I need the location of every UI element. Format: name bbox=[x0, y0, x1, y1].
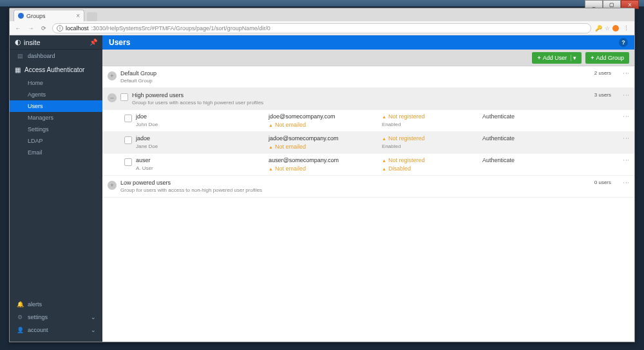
page-header: Users ? bbox=[102, 35, 634, 50]
group-count: 0 users bbox=[594, 180, 611, 185]
group-desc: Default Group bbox=[120, 78, 591, 84]
brand: ◐ insite 📌 bbox=[10, 35, 102, 50]
enabled-status: Disabled bbox=[382, 165, 478, 172]
address-bar[interactable]: i localhost:3030/HelpSystemsSrc/#PTMFA/G… bbox=[52, 23, 591, 33]
nav-account[interactable]: 👤 account ⌄ bbox=[10, 324, 102, 336]
group-checkbox[interactable] bbox=[120, 93, 128, 101]
user-id[interactable]: jadoe bbox=[136, 135, 265, 142]
chart-icon: ▤ bbox=[16, 53, 24, 59]
row-menu-icon[interactable]: ⋮ bbox=[623, 135, 629, 141]
nav-dashboard[interactable]: ▤ dashboard bbox=[10, 50, 102, 62]
sidebar-item-ldap[interactable]: LDAP bbox=[10, 135, 102, 147]
group-row: + Default Group Default Group 2 users ⋮ bbox=[102, 66, 634, 88]
toolbar: + Add User ▾ + Add Group bbox=[102, 50, 634, 66]
gear-icon: ⚙ bbox=[16, 314, 24, 320]
user-fullname: Jane Doe bbox=[136, 143, 265, 149]
nav-account-label: account bbox=[28, 327, 48, 333]
sidebar-item-users[interactable]: Users bbox=[10, 100, 102, 112]
tab-title: Groups bbox=[26, 13, 46, 19]
grid-icon: ▦ bbox=[15, 66, 21, 73]
sidebar-item-email[interactable]: Email bbox=[10, 147, 102, 158]
browser-menu-icon[interactable]: ⋮ bbox=[621, 24, 630, 33]
chevron-down-icon: ⌄ bbox=[91, 327, 96, 333]
bookmark-icon[interactable]: ☆ bbox=[605, 25, 610, 32]
user-checkbox[interactable] bbox=[124, 115, 132, 122]
user-icon: 👤 bbox=[16, 327, 24, 333]
sidebar-item-settings[interactable]: Settings bbox=[10, 124, 102, 135]
nav-app-header[interactable]: ▦ Access Authenticator bbox=[10, 62, 102, 77]
email-status: Not emailed bbox=[269, 143, 378, 150]
key-icon[interactable]: 🔑 bbox=[595, 25, 602, 32]
user-email: jdoe@somecompany.com bbox=[269, 113, 378, 120]
browser-tab[interactable]: Groups × bbox=[14, 10, 84, 21]
user-row: jdoe John Doe jdoe@somecompany.com Not e… bbox=[102, 110, 634, 132]
sidebar: ◐ insite 📌 ▤ dashboard ▦ Access Authenti… bbox=[10, 35, 102, 342]
nav-alerts[interactable]: 🔔 alerts bbox=[10, 298, 102, 311]
user-checkbox[interactable] bbox=[124, 136, 132, 144]
user-checkbox[interactable] bbox=[124, 158, 132, 166]
user-id[interactable]: jdoe bbox=[136, 113, 265, 120]
nav-settings[interactable]: ⚙ settings ⌄ bbox=[10, 311, 102, 324]
tab-close-icon[interactable]: × bbox=[76, 12, 80, 19]
group-count: 3 users bbox=[594, 92, 611, 98]
auth-label: Authenticate bbox=[482, 113, 619, 120]
caret-down-icon[interactable]: ▾ bbox=[571, 55, 576, 61]
enabled-status: Enabled bbox=[382, 143, 478, 149]
browser-tab-strip: Groups × bbox=[10, 8, 634, 21]
group-desc: Group for users with access to non-high … bbox=[120, 187, 591, 193]
nav-alerts-label: alerts bbox=[28, 301, 42, 308]
add-group-button[interactable]: + Add Group bbox=[585, 52, 629, 64]
user-row: auser A. User auser@somecompany.com Not … bbox=[102, 154, 634, 176]
back-icon[interactable]: ← bbox=[14, 24, 23, 33]
forward-icon[interactable]: → bbox=[26, 24, 35, 33]
add-user-label: Add User bbox=[543, 55, 567, 61]
nav-settings-label: settings bbox=[28, 314, 48, 320]
sidebar-item-managers[interactable]: Managers bbox=[10, 112, 102, 124]
row-menu-icon[interactable]: ⋮ bbox=[623, 157, 629, 163]
url-path: :3030/HelpSystemsSrc/#PTMFA/Groups/page/… bbox=[91, 25, 270, 32]
row-menu-icon[interactable]: ⋮ bbox=[623, 180, 629, 185]
user-email: auser@somecompany.com bbox=[269, 157, 378, 163]
help-icon[interactable]: ? bbox=[619, 38, 628, 47]
new-tab-button[interactable] bbox=[87, 12, 97, 21]
group-name[interactable]: Low powered users bbox=[120, 180, 591, 186]
user-email: jadoe@somecompany.com bbox=[269, 135, 378, 142]
expand-icon[interactable]: + bbox=[108, 181, 117, 190]
collapse-icon[interactable]: – bbox=[108, 93, 117, 102]
user-row: jadoe Jane Doe jadoe@somecompany.com Not… bbox=[102, 132, 634, 154]
site-info-icon[interactable]: i bbox=[57, 25, 63, 32]
brand-name: insite bbox=[24, 39, 41, 46]
group-name[interactable]: Default Group bbox=[120, 70, 591, 77]
enabled-status: Enabled bbox=[382, 122, 478, 127]
row-menu-icon[interactable]: ⋮ bbox=[623, 113, 629, 119]
url-host: localhost bbox=[66, 25, 89, 32]
nav-dashboard-label: dashboard bbox=[28, 53, 55, 59]
sidebar-item-agents[interactable]: Agents bbox=[10, 89, 102, 100]
chevron-down-icon: ⌄ bbox=[91, 314, 96, 320]
extension-icon[interactable] bbox=[612, 25, 619, 32]
reg-status: Not registered bbox=[382, 113, 478, 120]
bell-icon: 🔔 bbox=[16, 301, 24, 308]
group-desc: Group for users with access to high powe… bbox=[132, 100, 591, 106]
expand-icon[interactable]: + bbox=[108, 71, 117, 80]
reload-icon[interactable]: ⟳ bbox=[39, 24, 48, 33]
email-status: Not emailed bbox=[269, 165, 378, 172]
plus-icon: + bbox=[591, 55, 594, 61]
add-user-button[interactable]: + Add User ▾ bbox=[532, 52, 582, 64]
nav-app-label: Access Authenticator bbox=[24, 66, 84, 73]
tab-favicon bbox=[18, 13, 24, 19]
pin-icon[interactable]: 📌 bbox=[90, 39, 97, 46]
row-menu-icon[interactable]: ⋮ bbox=[623, 70, 629, 76]
add-group-label: Add Group bbox=[596, 55, 624, 61]
user-id[interactable]: auser bbox=[136, 157, 265, 163]
group-count: 2 users bbox=[594, 70, 611, 76]
row-menu-icon[interactable]: ⋮ bbox=[623, 92, 629, 98]
user-fullname: A. User bbox=[136, 165, 265, 171]
sidebar-item-home[interactable]: Home bbox=[10, 77, 102, 89]
page-title: Users bbox=[109, 38, 130, 47]
auth-label: Authenticate bbox=[482, 135, 619, 142]
groups-list: + Default Group Default Group 2 users ⋮ … bbox=[102, 66, 634, 342]
reg-status: Not registered bbox=[382, 157, 478, 163]
brand-logo-icon: ◐ bbox=[15, 38, 21, 46]
group-name[interactable]: High powered users bbox=[132, 92, 591, 98]
